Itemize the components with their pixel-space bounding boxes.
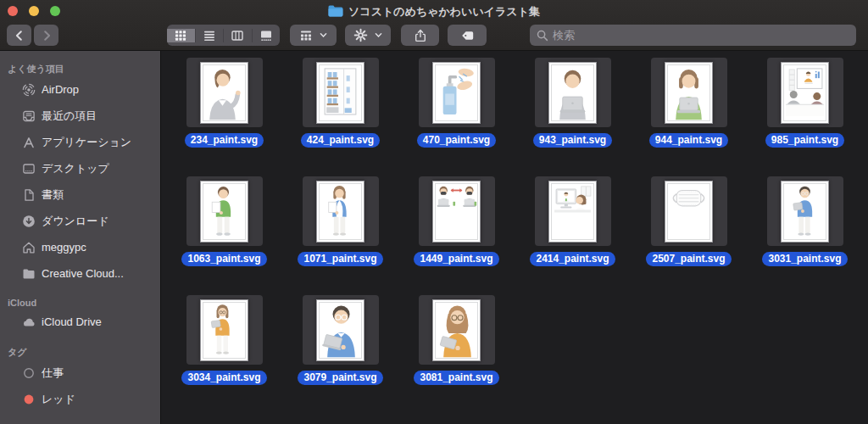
share-button[interactable] bbox=[401, 25, 439, 46]
file-item[interactable]: 944_paint.svg bbox=[631, 58, 747, 176]
back-button[interactable] bbox=[7, 25, 31, 46]
downloads-icon bbox=[21, 214, 36, 228]
file-thumbnail[interactable] bbox=[535, 58, 611, 127]
thumbnail-face-mask bbox=[665, 181, 713, 243]
thumbnail-woman-blue-holding-paper bbox=[316, 181, 364, 243]
file-thumbnail[interactable] bbox=[419, 58, 495, 127]
applications-icon bbox=[21, 135, 36, 149]
sidebar-item-tag-work[interactable]: 仕事 bbox=[0, 360, 160, 386]
file-thumbnail[interactable] bbox=[767, 176, 843, 246]
file-item[interactable]: 3079_paint.svg bbox=[282, 295, 398, 414]
tags-button[interactable] bbox=[448, 25, 487, 46]
forward-icon bbox=[40, 29, 53, 42]
thumbnail-man-green-holding-paper bbox=[200, 181, 248, 243]
file-thumbnail[interactable] bbox=[419, 295, 495, 365]
list-view-button[interactable] bbox=[196, 29, 225, 42]
search-input[interactable] bbox=[530, 25, 856, 46]
thumbnail-woman-orange-tablet bbox=[200, 299, 248, 361]
window-title-row: ソコストのめちゃかわいいイラスト集 bbox=[0, 4, 868, 20]
thumbnail-woman-gray-suit-pointing bbox=[200, 62, 248, 124]
file-item[interactable]: 3034_paint.svg bbox=[166, 295, 282, 414]
file-grid[interactable]: 234_paint.svg 424_paint.svg 470_paint.sv… bbox=[161, 51, 868, 424]
file-thumbnail[interactable] bbox=[186, 176, 263, 246]
sidebar-item-applications[interactable]: アプリケーション bbox=[0, 129, 160, 155]
file-name-label[interactable]: 3079_paint.svg bbox=[298, 371, 382, 385]
sidebar-section-header: iCloud bbox=[8, 298, 160, 308]
file-item[interactable]: 1071_paint.svg bbox=[282, 176, 398, 295]
file-thumbnail[interactable] bbox=[186, 295, 263, 365]
thumbnail-woman-hoodie-laptop bbox=[665, 62, 713, 124]
file-item[interactable]: 3031_paint.svg bbox=[747, 176, 863, 295]
sidebar-item-tag-red[interactable]: レッド bbox=[0, 386, 160, 412]
forward-button[interactable] bbox=[34, 25, 58, 46]
thumbnail-video-call-desk bbox=[548, 181, 597, 243]
file-item[interactable]: 470_paint.svg bbox=[398, 58, 515, 176]
file-name-label[interactable]: 2507_paint.svg bbox=[646, 252, 731, 266]
column-view-button[interactable] bbox=[224, 29, 253, 42]
file-item[interactable]: 985_paint.svg bbox=[747, 58, 863, 176]
sidebar-item-label: AirDrop bbox=[42, 83, 79, 96]
file-name-label[interactable]: 234_paint.svg bbox=[185, 133, 264, 148]
sidebar-item-label: レッド bbox=[42, 392, 75, 407]
tag-circle-red-icon bbox=[21, 392, 36, 406]
file-item[interactable]: 234_paint.svg bbox=[166, 58, 282, 176]
recents-icon bbox=[21, 109, 36, 123]
sidebar-item-label: 最近の項目 bbox=[42, 109, 97, 124]
file-item[interactable]: 2507_paint.svg bbox=[631, 176, 747, 295]
file-thumbnail[interactable] bbox=[419, 176, 495, 246]
gallery-view-button[interactable] bbox=[253, 29, 281, 42]
sidebar-item-recents[interactable]: 最近の項目 bbox=[0, 103, 160, 129]
share-icon bbox=[414, 29, 427, 42]
sidebar-item-icloud-drive[interactable]: iCloud Drive bbox=[0, 309, 160, 335]
sidebar-item-creative-cloud[interactable]: Creative Cloud... bbox=[0, 260, 160, 287]
thumbnail-vending-machine bbox=[316, 62, 364, 124]
sidebar-item-home[interactable]: meggypc bbox=[0, 234, 160, 260]
icloud-icon bbox=[21, 315, 36, 329]
sidebar-section-header: よく使う項目 bbox=[8, 63, 160, 75]
file-name-label[interactable]: 985_paint.svg bbox=[765, 133, 844, 148]
file-name-label[interactable]: 1071_paint.svg bbox=[298, 252, 382, 266]
file-name-label[interactable]: 3034_paint.svg bbox=[181, 371, 266, 385]
tag-circle-gray-icon bbox=[21, 365, 36, 380]
sidebar-item-airdrop[interactable]: AirDrop bbox=[0, 76, 160, 103]
file-item[interactable]: 943_paint.svg bbox=[515, 58, 631, 176]
file-thumbnail[interactable] bbox=[303, 176, 379, 246]
file-item[interactable]: 1449_paint.svg bbox=[398, 176, 515, 295]
thumbnail-meeting-presentation bbox=[781, 62, 829, 124]
file-name-label[interactable]: 1449_paint.svg bbox=[414, 252, 498, 266]
file-thumbnail[interactable] bbox=[767, 58, 843, 127]
file-name-label[interactable]: 2414_paint.svg bbox=[530, 252, 615, 266]
sidebar-item-downloads[interactable]: ダウンロード bbox=[0, 208, 160, 234]
file-thumbnail[interactable] bbox=[535, 176, 611, 246]
file-name-label[interactable]: 3031_paint.svg bbox=[762, 252, 847, 266]
file-name-label[interactable]: 944_paint.svg bbox=[649, 133, 728, 148]
file-thumbnail[interactable] bbox=[186, 58, 263, 127]
sidebar-item-desktop[interactable]: デスクトップ bbox=[0, 155, 160, 181]
airdrop-icon bbox=[21, 82, 36, 97]
file-name-label[interactable]: 3081_paint.svg bbox=[414, 371, 498, 385]
group-button[interactable] bbox=[290, 25, 337, 46]
file-name-label[interactable]: 1063_paint.svg bbox=[181, 252, 266, 266]
sidebar-item-documents[interactable]: 書類 bbox=[0, 181, 160, 208]
group-icon bbox=[299, 29, 313, 42]
thumbnail-hand-sanitizer bbox=[432, 62, 481, 124]
tag-icon bbox=[460, 29, 475, 42]
file-item[interactable]: 424_paint.svg bbox=[282, 58, 398, 176]
folder-icon bbox=[328, 5, 343, 20]
file-thumbnail[interactable] bbox=[303, 58, 379, 127]
file-item[interactable]: 2414_paint.svg bbox=[515, 176, 631, 295]
sidebar-item-label: デスクトップ bbox=[42, 161, 109, 176]
file-thumbnail[interactable] bbox=[303, 295, 379, 365]
file-name-label[interactable]: 470_paint.svg bbox=[417, 133, 496, 148]
file-item[interactable]: 1063_paint.svg bbox=[166, 176, 282, 295]
file-thumbnail[interactable] bbox=[651, 176, 727, 246]
thumbnail-masked-distance-laptops bbox=[432, 181, 481, 243]
icon-view-button[interactable] bbox=[167, 29, 196, 42]
sidebar-item-label: アプリケーション bbox=[42, 135, 131, 150]
file-thumbnail[interactable] bbox=[651, 58, 727, 127]
file-item[interactable]: 3081_paint.svg bbox=[398, 295, 515, 414]
action-menu-button[interactable] bbox=[345, 25, 391, 46]
chevron-down-icon bbox=[319, 31, 328, 40]
file-name-label[interactable]: 943_paint.svg bbox=[533, 133, 612, 148]
file-name-label[interactable]: 424_paint.svg bbox=[301, 133, 380, 148]
